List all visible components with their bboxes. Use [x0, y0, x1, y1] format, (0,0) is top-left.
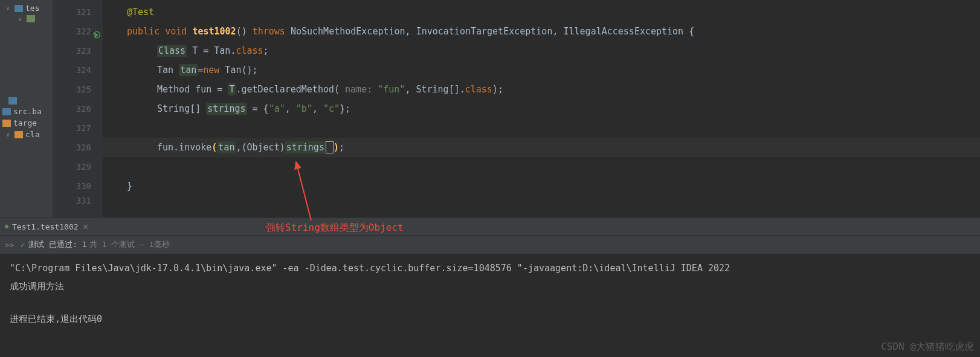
code-text: fun.invoke(tan,(Object)strings );	[157, 141, 344, 153]
line-number: 329	[53, 157, 102, 176]
code-text: Tan tan=new Tan();	[157, 64, 258, 76]
folder-icon	[15, 5, 23, 12]
test-pass-icon	[5, 225, 8, 228]
line-number: 323	[53, 41, 102, 60]
line-number: 327	[53, 118, 102, 138]
line-number: 325	[53, 80, 102, 99]
line-number: 330	[53, 176, 102, 196]
check-icon: ✓	[21, 240, 25, 249]
code-editor[interactable]: @Test public void test1002() throws NoSu…	[103, 0, 980, 217]
chevron-down-icon: ∨	[6, 131, 13, 138]
run-tab-bar: Test1.test1002 ×	[0, 217, 980, 236]
code-annotation: @Test	[127, 7, 154, 18]
code-text: Class T = Tan.class;	[157, 45, 269, 57]
console-line: 进程已结束,退出代码0	[10, 312, 970, 326]
folder-icon	[27, 15, 35, 22]
line-number: 321	[53, 2, 102, 22]
folder-icon	[2, 120, 11, 127]
code-text: Method fun = T.getDeclaredMethod( name: …	[157, 83, 503, 95]
tree-label: tes	[25, 4, 39, 13]
line-number: 324	[53, 60, 102, 80]
folder-icon	[8, 97, 17, 105]
project-tree[interactable]: ∨tes ∨ src.ba targe ∨cla	[0, 0, 53, 217]
tree-item[interactable]: targe	[0, 117, 53, 129]
tree-label: cla	[25, 130, 39, 139]
close-icon[interactable]: ×	[83, 222, 88, 231]
line-number: 331	[53, 196, 102, 205]
console-line: "C:\Program Files\Java\jdk-17.0.4.1\bin\…	[10, 261, 970, 275]
chevrons-icon[interactable]: >>	[5, 240, 15, 249]
tree-item[interactable]: ∨	[0, 14, 53, 24]
tree-label: src.ba	[13, 107, 42, 116]
code-text: String[] strings = {"a", "b", "c"};	[157, 103, 350, 115]
editor-gutter: 321 322 323 324 325 326 327 328 329 330 …	[53, 0, 103, 217]
code-text: public void test1002() throws NoSuchMeth…	[127, 26, 694, 37]
run-tab-label[interactable]: Test1.test1002	[12, 222, 79, 231]
line-number: 322	[53, 22, 102, 41]
chevron-down-icon: ∨	[6, 5, 13, 11]
tree-item[interactable]: ∨tes	[0, 2, 53, 14]
folder-icon	[2, 108, 11, 115]
status-text: 测试 已通过: 1	[28, 239, 86, 250]
console-output[interactable]: "C:\Program Files\Java\jdk-17.0.4.1\bin\…	[0, 254, 980, 357]
code-text: }	[127, 181, 132, 191]
tree-label: targe	[13, 118, 37, 127]
tree-item[interactable]	[0, 96, 53, 106]
status-suffix: 共 1 个测试 – 1毫秒	[89, 239, 170, 250]
line-number: 328	[53, 138, 102, 157]
chevron-down-icon: ∨	[18, 16, 25, 22]
line-number: 326	[53, 99, 102, 118]
test-status-bar: >> ✓ 测试 已通过: 1 共 1 个测试 – 1毫秒	[0, 236, 980, 254]
folder-icon	[15, 131, 23, 138]
console-line: 成功调用方法	[10, 279, 970, 294]
watermark: CSDN @大猪猪吃虎虎	[881, 341, 974, 353]
tree-item[interactable]: ∨cla	[0, 129, 53, 140]
tree-item[interactable]: src.ba	[0, 106, 53, 117]
